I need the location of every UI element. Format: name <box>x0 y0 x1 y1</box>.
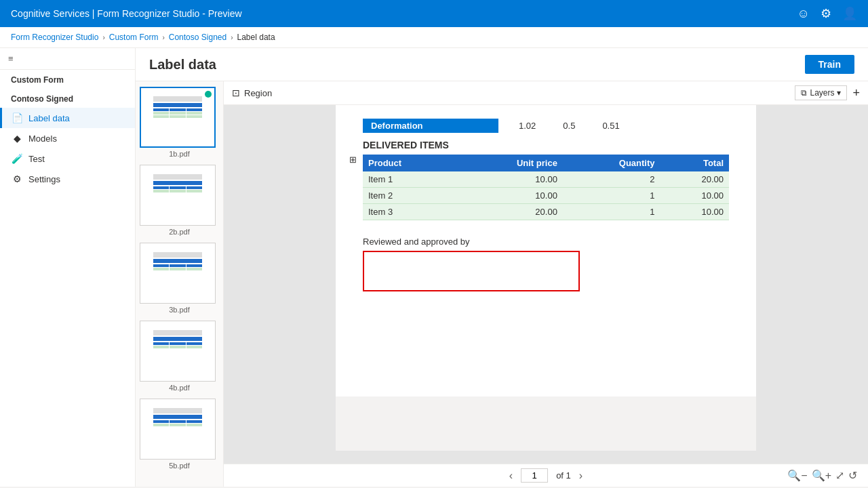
breadcrumb-custom-form[interactable]: Custom Form <box>109 33 159 42</box>
thumb-doc-5 <box>151 405 205 453</box>
layers-button[interactable]: ⧉ Layers ▾ <box>795 85 847 100</box>
file-item-5[interactable]: 5b.pdf <box>140 399 219 470</box>
region-label: ⊡ Region <box>232 87 272 98</box>
row3-qty: 1 <box>563 204 660 220</box>
signature-box <box>363 251 580 291</box>
reviewed-label: Reviewed and approved by <box>363 237 729 247</box>
breadcrumb-contoso[interactable]: Contoso Signed <box>169 33 226 42</box>
zoom-controls: 🔍− 🔍+ ⤢ ↺ <box>787 469 857 482</box>
settings-icon: ⚙ <box>11 174 23 184</box>
deformation-values: 1.02 0.5 0.51 <box>498 121 620 131</box>
region-icon: ⊡ <box>232 87 240 98</box>
prev-page-button[interactable]: ‹ <box>509 470 513 482</box>
thumb-header-4 <box>153 330 202 336</box>
row2-qty: 1 <box>563 188 660 204</box>
row3-price: 20.00 <box>455 204 563 220</box>
col-product: Product <box>363 155 455 171</box>
topbar: Cognitive Services | Form Recognizer Stu… <box>0 0 868 27</box>
breadcrumb-sep-2: › <box>162 34 164 41</box>
sidebar-item-label: Models <box>28 134 57 144</box>
file-thumbnail-1 <box>140 87 216 148</box>
thumb-header-2 <box>153 174 202 180</box>
thumb-bar <box>153 103 202 107</box>
breadcrumb-sep-1: › <box>102 34 104 41</box>
breadcrumb: Form Recognizer Studio › Custom Form › C… <box>0 27 868 48</box>
sidebar-item-label: Settings <box>28 174 60 184</box>
sidebar-section-title: Custom Form <box>0 70 135 90</box>
thumb-bar-2 <box>153 181 202 185</box>
sidebar-item-test[interactable]: 🧪 Test <box>0 148 135 169</box>
file-item-4[interactable]: 4b.pdf <box>140 321 219 392</box>
col-unit-price: Unit price <box>455 155 563 171</box>
thumb-table <box>153 108 202 118</box>
next-page-button[interactable]: › <box>579 470 583 482</box>
page-number-input[interactable] <box>521 468 548 483</box>
row2-total: 10.00 <box>660 188 729 204</box>
file-name-3: 3b.pdf <box>140 306 219 314</box>
page-of-label: of 1 <box>556 470 571 481</box>
sidebar-item-label-data[interactable]: 📄 Label data <box>0 108 135 128</box>
thumb-doc-2 <box>151 171 205 219</box>
topbar-icons: ☺ ⚙ 👤 <box>797 6 857 21</box>
thumb-doc-4 <box>151 327 205 375</box>
table-icon: ⊞ <box>349 155 357 165</box>
deformation-val-3: 0.51 <box>602 121 619 131</box>
file-name-4: 4b.pdf <box>140 384 219 392</box>
file-item-1[interactable]: 1b.pdf <box>140 87 219 158</box>
sidebar-item-models[interactable]: ◆ Models <box>0 128 135 148</box>
layers-label: Layers <box>810 88 834 98</box>
breadcrumb-sep-3: › <box>231 34 233 41</box>
region-text: Region <box>244 88 272 98</box>
user-icon[interactable]: 👤 <box>842 6 857 21</box>
sidebar-item-settings[interactable]: ⚙ Settings <box>0 169 135 189</box>
sidebar: ≡ Custom Form Contoso Signed 📄 Label dat… <box>0 48 136 487</box>
sidebar-group-label: Contoso Signed <box>0 90 135 108</box>
reviewed-section: Reviewed and approved by <box>363 237 729 291</box>
thumb-doc-3 <box>151 249 205 297</box>
rotate-button[interactable]: ↺ <box>848 469 857 482</box>
thumb-header-3 <box>153 252 202 258</box>
deformation-row: Deformation 1.02 0.5 0.51 <box>363 119 729 133</box>
col-quantity: Quantity <box>563 155 660 171</box>
zoom-in-button[interactable]: 🔍+ <box>812 469 831 482</box>
breadcrumb-current: Label data <box>237 33 275 42</box>
fit-button[interactable]: ⤢ <box>835 469 844 482</box>
file-item-2[interactable]: 2b.pdf <box>140 165 219 236</box>
table-row: Item 1 10.00 2 20.00 <box>363 171 729 188</box>
document-viewer: ⊡ Region ⧉ Layers ▾ + <box>224 81 868 487</box>
active-indicator <box>205 91 212 98</box>
items-table-wrapper: ⊞ Product Unit price Quantity Total <box>363 155 729 220</box>
table-row: Item 3 20.00 1 10.00 <box>363 204 729 220</box>
app-title: Cognitive Services | Form Recognizer Stu… <box>11 8 242 19</box>
toolbar-right: ⧉ Layers ▾ + <box>795 85 860 100</box>
row1-qty: 2 <box>563 171 660 188</box>
thumb-bar-5 <box>153 415 202 419</box>
row1-product: Item 1 <box>363 171 455 188</box>
thumb-bar-4 <box>153 337 202 341</box>
models-icon: ◆ <box>11 133 23 144</box>
delivered-items-section: DELIVERED ITEMS ⊞ Product Unit price Qua… <box>363 140 729 220</box>
add-button[interactable]: + <box>852 86 860 100</box>
smiley-icon[interactable]: ☺ <box>797 7 810 21</box>
page-header: Label data Train <box>136 48 868 81</box>
workspace: 1b.pdf 2b.pdf <box>136 81 868 487</box>
doc-scroll[interactable]: Deformation 1.02 0.5 0.51 DELIVERED ITEM… <box>224 105 868 464</box>
train-button[interactable]: Train <box>805 55 854 74</box>
thumb-table-4 <box>153 342 202 348</box>
file-list: 1b.pdf 2b.pdf <box>136 81 224 487</box>
file-thumbnail-5 <box>140 399 216 460</box>
sidebar-collapse-button[interactable]: ≡ <box>0 48 135 70</box>
zoom-out-button[interactable]: 🔍− <box>787 469 807 482</box>
deformation-val-2: 0.5 <box>563 121 575 131</box>
sidebar-item-label: Label data <box>28 113 70 123</box>
col-total: Total <box>660 155 729 171</box>
row1-total: 20.00 <box>660 171 729 188</box>
sidebar-item-label: Test <box>28 154 45 164</box>
file-item-3[interactable]: 3b.pdf <box>140 243 219 314</box>
main-layout: ≡ Custom Form Contoso Signed 📄 Label dat… <box>0 48 868 487</box>
breadcrumb-form-recognizer[interactable]: Form Recognizer Studio <box>11 33 98 42</box>
layers-icon: ⧉ <box>801 88 807 98</box>
settings-icon[interactable]: ⚙ <box>821 6 831 21</box>
deformation-val-1: 1.02 <box>519 121 536 131</box>
thumb-header-5 <box>153 408 202 413</box>
